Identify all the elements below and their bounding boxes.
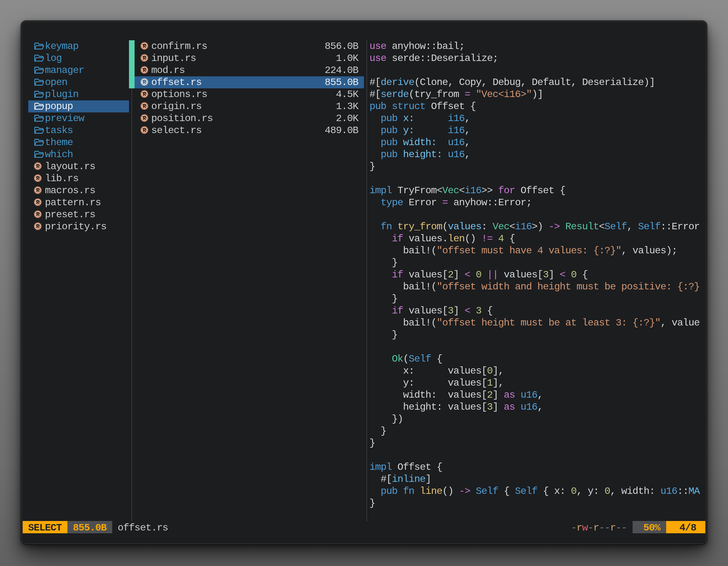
svg-text:R: R [36,187,39,194]
svg-text:R: R [36,212,39,218]
svg-text:R: R [143,91,146,98]
svg-text:R: R [143,127,146,134]
svg-text:R: R [143,67,146,74]
svg-text:R: R [143,115,146,122]
svg-text:R: R [143,55,146,62]
svg-text:R: R [143,43,146,50]
svg-text:R: R [143,103,146,110]
svg-text:R: R [36,224,39,230]
svg-text:R: R [143,79,146,86]
svg-text:R: R [36,163,39,170]
svg-text:R: R [36,175,39,182]
svg-text:R: R [36,200,39,206]
